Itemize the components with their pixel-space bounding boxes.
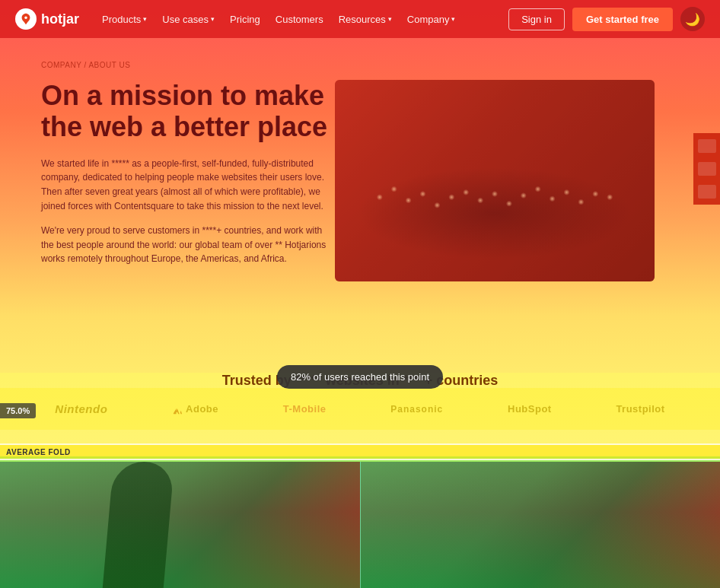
nav-pricing[interactable]: Pricing — [230, 14, 260, 25]
get-started-button[interactable]: Get started free — [572, 8, 673, 31]
nav-pricing-label: Pricing — [230, 14, 260, 25]
hotjar-logo-icon — [15, 8, 37, 30]
logo-text: hotjar — [41, 11, 79, 27]
page-wrapper: AVERAGE FOLD hotjar Products ▾ Use cases… — [0, 0, 720, 588]
nav-products-label: Products — [102, 14, 141, 25]
logo[interactable]: hotjar — [15, 8, 79, 30]
nav-use-cases-label: Use cases — [162, 14, 209, 25]
dark-mode-toggle[interactable]: 🌙 — [680, 7, 705, 31]
nav-resources-chevron: ▾ — [388, 15, 392, 23]
nav-customers-label: Customers — [276, 14, 323, 25]
person-image-left — [0, 462, 360, 588]
scroll-tooltip: 82% of users reached this point — [277, 365, 443, 389]
heatmap-hot-zone — [0, 0, 720, 373]
right-panel — [693, 133, 720, 205]
nav-company-chevron: ▾ — [451, 15, 455, 23]
nav-customers[interactable]: Customers — [276, 14, 323, 25]
moon-icon: 🌙 — [685, 12, 700, 27]
bottom-image-left — [0, 462, 361, 588]
nav-resources[interactable]: Resources ▾ — [339, 14, 392, 25]
bottom-content-section — [0, 462, 720, 588]
panel-cursor-icon[interactable] — [698, 162, 716, 176]
nav-products-chevron: ▾ — [143, 15, 147, 23]
sign-in-button[interactable]: Sign in — [508, 8, 565, 30]
panel-share-icon[interactable] — [698, 185, 716, 199]
nav-products[interactable]: Products ▾ — [102, 14, 147, 25]
person-image-right — [361, 462, 721, 588]
nav-use-cases-chevron: ▾ — [211, 15, 215, 23]
navbar: hotjar Products ▾ Use cases ▾ Pricing Cu… — [0, 0, 720, 38]
tooltip-bar: 82% of users reached this point — [0, 365, 720, 389]
nav-links: Products ▾ Use cases ▾ Pricing Customers… — [102, 14, 508, 25]
panel-scroll-icon[interactable] — [698, 139, 716, 153]
nav-actions: Sign in Get started free 🌙 — [508, 7, 705, 31]
nav-company[interactable]: Company ▾ — [407, 14, 456, 25]
nav-company-label: Company — [407, 14, 450, 25]
bottom-image-right — [361, 462, 721, 588]
percent-badge: 75.0% — [0, 403, 36, 418]
average-fold-label: AVERAGE FOLD — [6, 448, 71, 456]
average-fold-bar: AVERAGE FOLD — [0, 443, 720, 460]
nav-resources-label: Resources — [339, 14, 386, 25]
person-silhouette-left — [102, 462, 174, 588]
nav-use-cases[interactable]: Use cases ▾ — [162, 14, 215, 25]
